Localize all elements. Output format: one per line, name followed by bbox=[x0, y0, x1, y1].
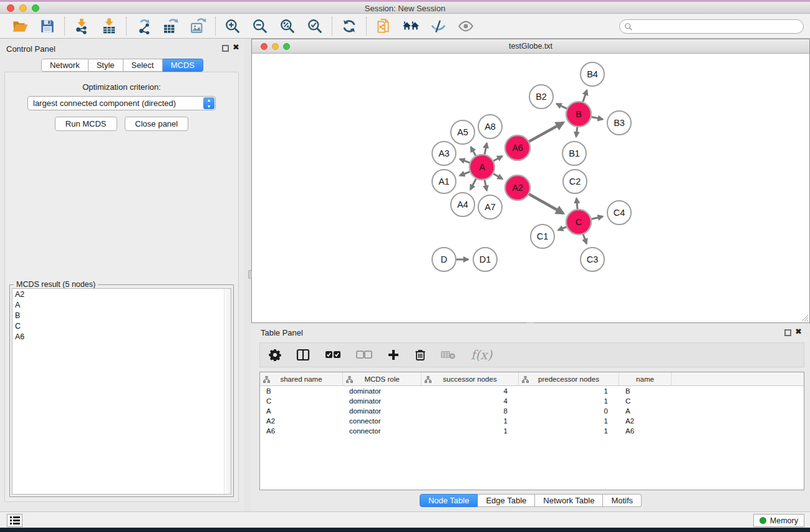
graph-node-C3[interactable]: C3 bbox=[581, 248, 604, 271]
mcds-result-list[interactable]: A2ABCA6 bbox=[12, 288, 231, 495]
graph-edge-B-B3[interactable] bbox=[592, 117, 603, 119]
show-graphics-icon[interactable] bbox=[452, 16, 480, 37]
graph-node-A1[interactable]: A1 bbox=[432, 170, 456, 193]
export-image-icon[interactable] bbox=[185, 16, 212, 37]
memory-button[interactable]: Memory bbox=[753, 514, 804, 527]
vertical-splitter-handle[interactable] bbox=[248, 270, 252, 279]
tab-style[interactable]: Style bbox=[89, 59, 123, 72]
graph-edge-B-B4[interactable] bbox=[583, 90, 587, 102]
add-column-icon[interactable] bbox=[387, 349, 400, 361]
graph-edge-A-A3[interactable] bbox=[460, 159, 470, 163]
task-history-button[interactable] bbox=[7, 514, 22, 527]
table-panel-float-button[interactable] bbox=[784, 329, 791, 336]
graph-edge-A-A1[interactable] bbox=[460, 172, 470, 175]
new-network-icon[interactable] bbox=[370, 16, 397, 37]
tab-network[interactable]: Network bbox=[41, 59, 89, 72]
hide-graphics-icon[interactable] bbox=[425, 16, 452, 37]
import-network-icon[interactable] bbox=[68, 16, 95, 37]
network-window-titlebar[interactable]: testGlobe.txt bbox=[252, 39, 809, 54]
result-list-scrollbar[interactable] bbox=[224, 289, 231, 494]
table-panel-close-button[interactable]: ✖ bbox=[795, 327, 802, 336]
graph-edge-A-A4[interactable] bbox=[470, 179, 476, 190]
tab-mcds[interactable]: MCDS bbox=[163, 59, 203, 72]
graph-node-B1[interactable]: B1 bbox=[562, 142, 586, 165]
tab-network-table[interactable]: Network Table bbox=[535, 494, 603, 507]
graph-edge-C-C2[interactable] bbox=[576, 198, 577, 209]
graph-edge-C-C3[interactable] bbox=[583, 235, 586, 244]
graph-edge-B-B2[interactable] bbox=[556, 104, 567, 109]
graph-node-A8[interactable]: A8 bbox=[478, 115, 502, 138]
graph-node-B4[interactable]: B4 bbox=[581, 62, 604, 86]
tab-edge-table[interactable]: Edge Table bbox=[478, 494, 535, 507]
home-view-icon[interactable] bbox=[397, 16, 425, 37]
control-panel-close-button[interactable]: ✖ bbox=[233, 42, 239, 52]
deselect-all-checkboxes-icon[interactable] bbox=[356, 351, 372, 359]
table-row[interactable]: Adominator80A bbox=[260, 406, 804, 416]
graph-node-D1[interactable]: D1 bbox=[473, 248, 497, 271]
tab-node-table[interactable]: Node Table bbox=[420, 494, 478, 507]
run-mcds-button[interactable]: Run MCDS bbox=[55, 117, 117, 131]
control-panel-float-button[interactable] bbox=[222, 45, 229, 52]
graph-node-C2[interactable]: C2 bbox=[563, 170, 587, 193]
graph-node-A3[interactable]: A3 bbox=[432, 142, 456, 165]
graph-edge-A-A5[interactable] bbox=[471, 147, 476, 156]
network-canvas[interactable]: B4B2BB3A8A5A6A3B1AA1C2A2A4A7C4CC1C3DD1 bbox=[253, 54, 809, 322]
node-table[interactable]: shared nameMCDS rolesuccessor nodesprede… bbox=[259, 372, 804, 490]
table-row[interactable]: Cdominator41C bbox=[260, 396, 804, 406]
graph-node-A7[interactable]: A7 bbox=[478, 195, 502, 219]
graph-edge-C-C1[interactable] bbox=[558, 227, 566, 230]
table-row[interactable]: A2connector11A2 bbox=[260, 416, 804, 426]
graph-node-A5[interactable]: A5 bbox=[451, 120, 475, 144]
graph-node-B[interactable]: B bbox=[566, 102, 591, 127]
zoom-out-icon[interactable] bbox=[246, 16, 274, 37]
graph-node-A[interactable]: A bbox=[470, 155, 494, 180]
graph-edge-A-A6[interactable] bbox=[493, 156, 502, 161]
graph-node-C[interactable]: C bbox=[566, 210, 591, 235]
save-session-icon[interactable] bbox=[34, 16, 61, 37]
gear-icon[interactable] bbox=[269, 349, 281, 361]
delete-column-icon[interactable] bbox=[415, 349, 426, 361]
result-list-item[interactable]: A bbox=[12, 299, 231, 310]
optimization-criterion-select[interactable]: largest connected component (directed) ▲… bbox=[27, 96, 216, 110]
graph-node-A4[interactable]: A4 bbox=[451, 193, 475, 216]
window-resize-grip[interactable] bbox=[800, 313, 809, 322]
graph-edge-A-A7[interactable] bbox=[485, 180, 486, 191]
zoom-fit-icon[interactable] bbox=[274, 16, 301, 37]
graph-node-D[interactable]: D bbox=[432, 248, 456, 271]
open-file-icon[interactable] bbox=[6, 16, 34, 37]
graph-node-A6[interactable]: A6 bbox=[505, 135, 530, 160]
result-list-item[interactable]: B bbox=[12, 310, 231, 321]
column-selector-icon[interactable] bbox=[296, 349, 310, 361]
graph-edge-B-B1[interactable] bbox=[576, 127, 577, 137]
import-table-icon[interactable] bbox=[95, 16, 123, 37]
graph-edge-A-A8[interactable] bbox=[485, 143, 487, 154]
tab-select[interactable]: Select bbox=[123, 59, 163, 72]
close-panel-button[interactable]: Close panel bbox=[125, 117, 189, 131]
result-list-item[interactable]: C bbox=[12, 321, 231, 331]
result-list-item[interactable]: A6 bbox=[12, 331, 231, 342]
graph-node-C4[interactable]: C4 bbox=[607, 201, 631, 225]
graph-edge-A6-B[interactable] bbox=[529, 123, 563, 142]
graph-node-C1[interactable]: C1 bbox=[531, 225, 554, 248]
column-header-shared-name[interactable]: shared name bbox=[260, 372, 343, 386]
export-network-icon[interactable] bbox=[130, 16, 157, 37]
table-row[interactable]: A6connector11A6 bbox=[260, 426, 804, 436]
select-all-checkboxes-icon[interactable] bbox=[325, 351, 341, 359]
column-header-predecessor-nodes[interactable]: predecessor nodes bbox=[519, 372, 619, 386]
graph-edge-C-C4[interactable] bbox=[591, 216, 602, 219]
graph-node-B3[interactable]: B3 bbox=[607, 111, 631, 135]
search-input[interactable] bbox=[619, 19, 804, 34]
tab-motifs[interactable]: Motifs bbox=[603, 494, 642, 507]
column-header-name[interactable]: name bbox=[619, 372, 672, 386]
graph-node-B2[interactable]: B2 bbox=[529, 85, 553, 109]
graph-edge-A-A2[interactable] bbox=[493, 174, 503, 179]
column-header-MCDS-role[interactable]: MCDS role bbox=[343, 372, 422, 386]
export-table-icon[interactable] bbox=[157, 16, 185, 37]
zoom-selected-icon[interactable] bbox=[301, 16, 329, 37]
graph-edge-A2-C[interactable] bbox=[529, 194, 563, 213]
column-header-successor-nodes[interactable]: successor nodes bbox=[422, 372, 519, 386]
refresh-icon[interactable] bbox=[335, 16, 363, 37]
table-row[interactable]: Bdominator41B bbox=[260, 386, 804, 396]
result-list-item[interactable]: A2 bbox=[12, 289, 231, 299]
graph-node-A2[interactable]: A2 bbox=[505, 175, 530, 200]
